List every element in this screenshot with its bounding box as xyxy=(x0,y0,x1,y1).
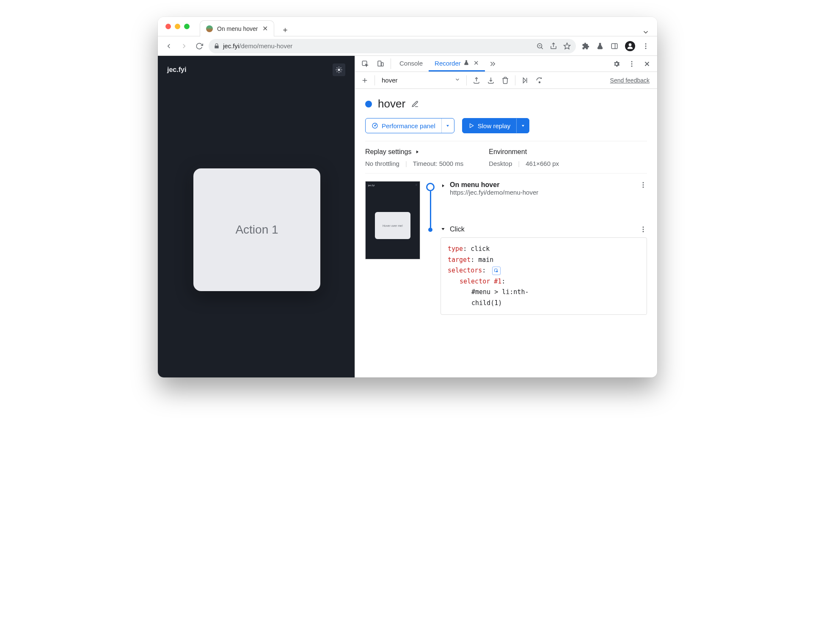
device-toggle-icon[interactable] xyxy=(373,56,388,72)
env-device: Desktop xyxy=(489,160,512,167)
forward-button[interactable] xyxy=(178,40,190,52)
svg-line-20 xyxy=(341,68,341,69)
svg-marker-31 xyxy=(523,78,526,83)
step-button[interactable] xyxy=(519,74,531,87)
devtools-panel: Console Recorder ✕ hover xyxy=(355,56,657,377)
step-menu-icon[interactable] xyxy=(639,181,647,189)
svg-marker-40 xyxy=(442,184,444,187)
import-button[interactable] xyxy=(485,74,497,87)
svg-marker-44 xyxy=(442,228,445,230)
menu-icon[interactable] xyxy=(642,42,650,50)
step-over-button[interactable] xyxy=(533,74,546,87)
step-caret-icon[interactable] xyxy=(441,182,446,190)
performance-panel-button[interactable]: Performance panel xyxy=(365,118,454,133)
svg-point-33 xyxy=(539,82,540,83)
tabstrip: On menu hover ✕ xyxy=(200,17,657,36)
export-button[interactable] xyxy=(470,74,483,87)
new-recording-button[interactable] xyxy=(358,74,371,87)
replay-settings-heading[interactable]: Replay settings xyxy=(365,148,463,156)
recorder-body: hover Performance panel Slo xyxy=(355,89,657,323)
svg-point-10 xyxy=(645,45,647,47)
maximize-window-button[interactable] xyxy=(184,24,190,29)
selector-picker-icon[interactable] xyxy=(492,267,501,275)
svg-point-9 xyxy=(645,43,647,44)
svg-point-26 xyxy=(631,65,633,66)
devtools-menu-icon[interactable] xyxy=(624,56,639,72)
page-brand: jec.fyi xyxy=(167,66,186,74)
svg-point-45 xyxy=(643,226,644,228)
timeline-rail xyxy=(426,181,435,315)
tab-title: On menu hover xyxy=(217,25,258,32)
inspect-icon[interactable] xyxy=(358,56,373,72)
step2-caret-icon[interactable] xyxy=(441,226,446,233)
svg-line-18 xyxy=(341,72,341,72)
svg-point-11 xyxy=(645,47,647,49)
svg-marker-39 xyxy=(416,151,419,154)
settings-icon[interactable] xyxy=(609,56,624,72)
svg-rect-23 xyxy=(381,63,383,66)
svg-marker-36 xyxy=(446,125,449,127)
svg-point-41 xyxy=(643,182,644,183)
svg-marker-6 xyxy=(564,43,570,49)
svg-rect-22 xyxy=(378,61,381,66)
svg-point-25 xyxy=(631,63,633,64)
step-thumbnail[interactable]: jec.fyi Hover over me! xyxy=(365,181,420,259)
extensions-icon[interactable] xyxy=(582,42,589,50)
svg-rect-7 xyxy=(611,44,617,49)
replay-dropdown-icon[interactable] xyxy=(516,118,529,133)
thumb-card: Hover over me! xyxy=(375,212,410,239)
edit-title-icon[interactable] xyxy=(411,100,419,108)
close-tab-icon[interactable]: ✕ xyxy=(474,59,479,67)
lock-icon xyxy=(214,43,220,49)
url-field[interactable]: jec.fyi/demo/menu-hover xyxy=(209,39,576,53)
recording-title: hover xyxy=(378,97,405,110)
page-viewport: jec.fyi Action 1 xyxy=(158,56,355,377)
svg-point-12 xyxy=(338,69,340,71)
step2-label: Click xyxy=(450,226,465,233)
zoom-icon[interactable] xyxy=(536,42,544,50)
svg-point-42 xyxy=(643,184,644,186)
svg-point-47 xyxy=(643,231,644,232)
urlbar-row: jec.fyi/demo/menu-hover xyxy=(158,36,657,56)
step-title: On menu hover xyxy=(450,181,538,189)
step2-menu-icon[interactable] xyxy=(639,226,647,233)
pin-icon xyxy=(463,60,469,67)
recording-status-dot xyxy=(365,101,372,107)
close-tab-icon[interactable]: ✕ xyxy=(262,25,268,33)
bookmark-icon[interactable] xyxy=(563,42,571,50)
step-url: https://jec.fyi/demo/menu-hover xyxy=(450,189,538,196)
close-devtools-icon[interactable] xyxy=(639,56,655,72)
minimize-window-button[interactable] xyxy=(175,24,180,29)
svg-point-35 xyxy=(374,125,375,126)
share-icon[interactable] xyxy=(550,42,557,50)
labs-icon[interactable] xyxy=(596,42,604,50)
sidepanel-icon[interactable] xyxy=(611,42,618,50)
card-label: Action 1 xyxy=(235,223,278,237)
chevron-down-icon xyxy=(454,77,460,84)
more-tabs-icon[interactable] xyxy=(485,56,500,72)
perf-dropdown-icon[interactable] xyxy=(441,118,454,133)
tab-recorder[interactable]: Recorder ✕ xyxy=(429,56,485,72)
recording-select[interactable]: hover xyxy=(378,77,463,84)
steps-area: jec.fyi Hover over me! xyxy=(365,181,647,315)
traffic-lights xyxy=(158,24,190,29)
throttling-value: No throttling xyxy=(365,160,399,167)
demo-card[interactable]: Action 1 xyxy=(193,168,320,291)
delete-button[interactable] xyxy=(499,74,512,87)
devtools-tabbar: Console Recorder ✕ xyxy=(355,56,657,72)
back-button[interactable] xyxy=(163,40,175,52)
tab-console[interactable]: Console xyxy=(394,56,429,72)
close-window-button[interactable] xyxy=(165,24,171,29)
url-text: jec.fyi/demo/menu-hover xyxy=(223,42,533,50)
tabstrip-chevron-icon[interactable] xyxy=(642,28,650,36)
send-feedback-link[interactable]: Send feedback xyxy=(610,77,650,84)
step-code-box[interactable]: type: click target: main selectors: sele… xyxy=(441,237,647,315)
slow-replay-button[interactable]: Slow replay xyxy=(462,118,530,133)
browser-tab[interactable]: On menu hover ✕ xyxy=(200,20,274,36)
reload-button[interactable] xyxy=(193,40,205,52)
svg-line-19 xyxy=(337,72,338,72)
theme-toggle-button[interactable] xyxy=(333,63,345,76)
new-tab-button[interactable] xyxy=(279,24,291,36)
profile-avatar[interactable] xyxy=(625,41,635,51)
svg-point-24 xyxy=(631,61,633,62)
